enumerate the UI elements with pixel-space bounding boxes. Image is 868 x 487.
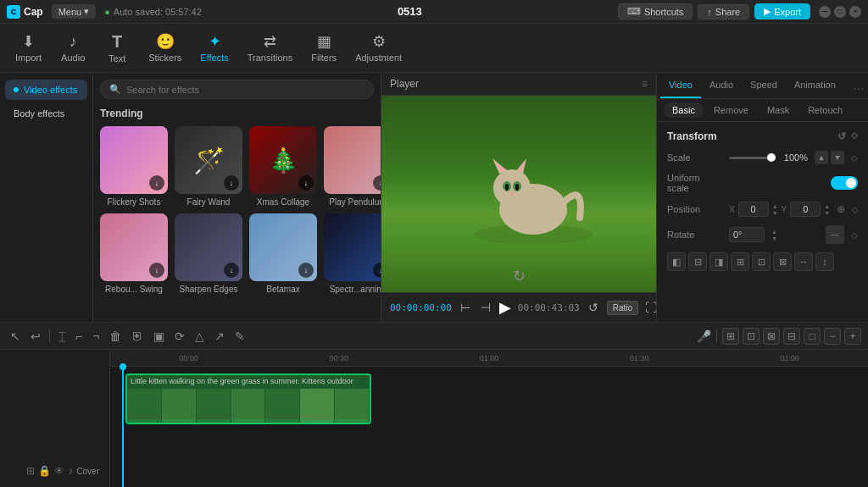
align-top-btn[interactable]: ⊞ (731, 252, 749, 271)
maximize-button[interactable]: □ (834, 6, 846, 18)
toolbar-stickers[interactable]: 🙂 Stickers (140, 30, 190, 66)
toolbar-text[interactable]: T Text (96, 30, 138, 67)
audio-wave-button[interactable]: ⊟ (783, 328, 800, 345)
rotate-down-arrow[interactable]: ▼ (771, 235, 777, 241)
download-icon-2[interactable]: ↓ (224, 175, 239, 191)
track-audio-btn[interactable]: ♪ (68, 465, 73, 477)
list-item[interactable]: ↓ Betamax (249, 213, 317, 294)
track-expand-btn[interactable]: ⊞ (26, 465, 35, 477)
uniform-scale-toggle[interactable] (831, 176, 858, 190)
tab-audio[interactable]: Audio (701, 73, 742, 98)
zoom-out-button[interactable]: − (824, 328, 841, 345)
snap-button[interactable]: ⊞ (722, 328, 739, 345)
align-right-btn[interactable]: ◨ (709, 252, 728, 271)
ratio-button[interactable]: Ratio (607, 301, 638, 315)
flip-h-btn[interactable]: ↔ (794, 252, 813, 271)
list-item[interactable]: 🎄 ↓ Xmas Collage (249, 126, 317, 207)
sub-tab-mask[interactable]: Mask (759, 102, 798, 118)
scale-up-btn[interactable]: ▲ (815, 151, 828, 164)
loop-clip-button[interactable]: ⟳ (171, 328, 188, 345)
player-menu-icon[interactable]: ≡ (642, 78, 648, 90)
magnet-button[interactable]: ⊡ (743, 328, 760, 345)
timeline-scroll[interactable]: 00:00 00:30 01:00 01:30 02:00 Little kit… (110, 350, 868, 487)
freeze-button[interactable]: △ (192, 328, 208, 345)
link-button[interactable]: ⊠ (763, 328, 780, 345)
download-icon-5[interactable]: ↓ (149, 263, 164, 278)
toolbar-transitions[interactable]: ⇄ Transitions (239, 30, 301, 66)
cursor-tool-button[interactable]: ↖ (7, 328, 24, 345)
download-icon-1[interactable]: ↓ (149, 175, 164, 191)
scale-down-btn[interactable]: ▼ (831, 151, 844, 164)
crop-button[interactable]: ▣ (150, 328, 168, 345)
scale-slider[interactable] (729, 157, 771, 159)
toolbar-audio[interactable]: ♪ Audio (52, 30, 94, 66)
list-item[interactable]: ↓ Spectr...anning (324, 213, 381, 294)
toolbar-adjustment[interactable]: ⚙ Adjustment (347, 30, 410, 66)
rotate-keyframe-icon[interactable]: ◇ (851, 230, 858, 240)
download-icon-7[interactable]: ↓ (298, 263, 314, 278)
frame-step-back-button[interactable]: ⊢ (459, 299, 472, 316)
position-x-input[interactable] (738, 202, 769, 217)
trim-right-button[interactable]: ¬ (89, 328, 103, 345)
y-up-arrow[interactable]: ▲ (824, 203, 830, 209)
body-effects-tab[interactable]: Body effects (5, 103, 87, 124)
zoom-in-button[interactable]: + (844, 328, 861, 345)
split-button[interactable]: ⌶ (55, 328, 69, 345)
delete-button[interactable]: 🗑 (106, 328, 125, 345)
align-left-btn[interactable]: ◧ (667, 252, 686, 271)
undo-button[interactable]: ↩ (27, 328, 44, 345)
effects-search-input[interactable] (126, 85, 364, 95)
shield-button[interactable]: ⛨ (128, 328, 147, 345)
toolbar-filters[interactable]: ▦ Filters (303, 30, 345, 66)
align-center-v-btn[interactable]: ⊡ (752, 252, 771, 271)
track-lock-btn[interactable]: 🔒 (38, 465, 51, 477)
align-bottom-btn[interactable]: ⊠ (773, 252, 792, 271)
frame-step-button[interactable]: ⊣ (479, 299, 492, 316)
flip-v-btn[interactable]: ↕ (815, 252, 834, 271)
rotate-up-arrow[interactable]: ▲ (771, 229, 777, 235)
reset-transform-icon[interactable]: ↺ (837, 130, 846, 142)
list-item[interactable]: ↓ Rebou... Swing (100, 213, 168, 294)
export-button[interactable]: ▶ Export (754, 3, 810, 19)
rotate-preview-icon[interactable]: ↻ (513, 267, 526, 285)
toolbar-import[interactable]: ⬇ Import (7, 30, 50, 66)
track-eye-btn[interactable]: 👁 (54, 465, 64, 477)
y-down-arrow[interactable]: ▼ (824, 210, 830, 216)
tab-speed[interactable]: Speed (742, 73, 786, 98)
tab-more[interactable]: … (853, 73, 865, 98)
position-link-icon[interactable]: ⊕ (837, 203, 845, 215)
sub-tab-retouch[interactable]: Retouch (799, 102, 851, 118)
trim-left-button[interactable]: ⌐ (72, 328, 86, 345)
rotate-input[interactable] (729, 227, 765, 242)
video-effects-tab[interactable]: Video effects (5, 80, 87, 100)
list-item[interactable]: ↓ Play Pendulum (324, 126, 381, 207)
edit-button[interactable]: ✎ (231, 328, 248, 345)
x-up-arrow[interactable]: ▲ (772, 203, 778, 209)
list-item[interactable]: ↓ Flickery Shots (100, 126, 168, 207)
play-button[interactable]: ▶ (499, 298, 511, 317)
sub-tab-remove[interactable]: Remove (705, 102, 757, 118)
loop-button[interactable]: ↺ (587, 299, 600, 316)
position-y-input[interactable] (790, 202, 821, 217)
list-item[interactable]: 🪄 ↓ Fairy Wand (175, 126, 242, 207)
download-icon-3[interactable]: ↓ (298, 175, 314, 191)
rotate-reset-btn[interactable]: — (826, 225, 844, 244)
menu-button[interactable]: Menu ▾ (52, 4, 97, 19)
close-button[interactable]: × (849, 6, 861, 18)
effects-search-bar[interactable]: 🔍 (100, 80, 374, 99)
position-keyframe-icon[interactable]: ◇ (852, 205, 859, 214)
download-icon-6[interactable]: ↓ (224, 263, 239, 278)
scale-keyframe-icon[interactable]: ◇ (851, 153, 858, 163)
keyframe-icon[interactable]: ◇ (851, 130, 858, 142)
toolbar-effects[interactable]: ✦ Effects (192, 30, 236, 66)
list-item[interactable]: ↓ Sharpen Edges (175, 213, 242, 294)
fullscreen-button[interactable]: ⛶ (645, 301, 656, 314)
tab-animation[interactable]: Animation (786, 73, 844, 98)
microphone-icon[interactable]: 🎤 (697, 329, 711, 343)
curve-button[interactable]: ↗ (211, 328, 228, 345)
video-track[interactable]: Little kitten walking on the green grass… (125, 374, 371, 424)
minimize-button[interactable]: ─ (819, 6, 831, 18)
tab-video[interactable]: Video (660, 73, 701, 98)
scale-slider-thumb[interactable] (767, 153, 776, 162)
align-center-h-btn[interactable]: ⊟ (688, 252, 707, 271)
